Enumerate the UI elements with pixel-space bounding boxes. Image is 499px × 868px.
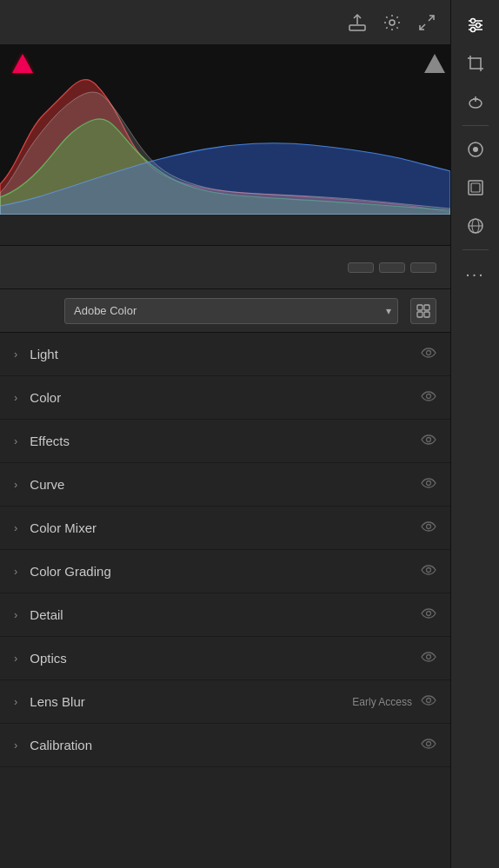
bw-button[interactable] [379,262,405,273]
visibility-icon-detail[interactable] [421,607,436,623]
svg-point-19 [427,741,431,745]
panel-label-light: Light [30,347,421,361]
panel-label-calibration: Calibration [30,738,421,752]
panel-label-color-grading: Color Grading [30,564,421,579]
panels-list: ›Light ›Color ›Effects ›Curve ›Color Mix… [0,333,450,868]
chevron-icon-detail: › [14,608,17,621]
svg-point-13 [427,480,431,485]
svg-rect-7 [424,305,429,310]
auto-button[interactable] [348,262,374,273]
tool-sphere[interactable] [458,209,493,243]
panel-label-curve: Curve [30,477,421,492]
right-sidebar: ··· [450,0,499,868]
early-access-badge-lens-blur: Early Access [352,696,412,708]
top-toolbar [0,0,450,45]
tool-crop[interactable] [458,46,493,81]
main-panel: Adobe Color Adobe Landscape Adobe Portra… [0,0,450,868]
svg-point-15 [427,567,431,572]
panel-item-lens-blur[interactable]: ›Lens BlurEarly Access [0,680,450,724]
profile-row: Adobe Color Adobe Landscape Adobe Portra… [0,289,450,333]
svg-point-23 [470,19,475,23]
svg-point-17 [427,654,431,659]
histogram-svg [0,45,450,215]
svg-point-12 [427,437,431,441]
visibility-icon-light[interactable] [421,347,436,362]
panel-item-light[interactable]: ›Light [0,333,450,376]
clipping-warning-left[interactable] [12,54,33,73]
panel-item-effects[interactable]: ›Effects [0,420,450,463]
hdr-button[interactable] [410,262,436,273]
panel-item-color[interactable]: ›Color [0,376,450,420]
svg-point-10 [427,350,431,354]
edit-header [0,246,450,289]
tool-heal[interactable] [458,84,493,119]
tool-mask[interactable] [458,132,493,167]
tool-edit[interactable] [458,8,493,43]
chevron-icon-optics: › [14,652,17,665]
panel-item-color-grading[interactable]: ›Color Grading [0,550,450,593]
visibility-icon-curve[interactable] [421,477,436,493]
chevron-icon-curve: › [14,478,17,491]
panel-item-detail[interactable]: ›Detail [0,593,450,637]
svg-point-24 [476,23,480,28]
chevron-icon-color-grading: › [14,565,17,578]
svg-point-18 [427,698,431,702]
sidebar-divider-2 [462,249,489,250]
chevron-icon-calibration: › [14,739,17,752]
svg-rect-32 [471,183,480,192]
svg-line-4 [420,24,425,30]
visibility-icon-optics[interactable] [421,651,436,666]
panel-label-detail: Detail [30,607,421,622]
visibility-icon-color-grading[interactable] [421,564,436,580]
visibility-icon-calibration[interactable] [421,738,436,753]
panel-label-optics: Optics [30,651,421,666]
profile-select[interactable]: Adobe Color Adobe Landscape Adobe Portra… [64,298,398,324]
svg-point-30 [473,147,478,152]
svg-rect-9 [424,312,429,317]
camera-info-bar [0,215,450,246]
panel-item-curve[interactable]: ›Curve [0,463,450,507]
svg-point-2 [389,20,395,25]
panel-label-color: Color [30,390,421,405]
chevron-icon-effects: › [14,434,17,447]
svg-rect-8 [417,312,422,317]
svg-line-3 [429,16,434,21]
svg-point-25 [470,28,475,32]
svg-point-14 [427,524,431,528]
panel-label-color-mixer: Color Mixer [30,520,421,535]
svg-point-11 [427,394,431,398]
svg-point-16 [427,611,431,615]
svg-rect-6 [417,305,422,310]
export-button[interactable] [343,8,372,37]
histogram [0,45,450,215]
profile-browse-button[interactable] [410,298,436,324]
visibility-icon-color[interactable] [421,390,436,406]
panel-item-color-mixer[interactable]: ›Color Mixer [0,507,450,550]
tool-more[interactable]: ··· [458,256,493,291]
visibility-icon-color-mixer[interactable] [421,520,436,536]
panel-label-effects: Effects [30,434,421,448]
visibility-icon-effects[interactable] [421,434,436,449]
chevron-icon-color: › [14,391,17,404]
edit-buttons [348,262,436,273]
chevron-icon-lens-blur: › [14,695,17,708]
profile-select-wrap[interactable]: Adobe Color Adobe Landscape Adobe Portra… [64,298,398,324]
sidebar-divider-1 [462,125,489,126]
panel-item-calibration[interactable]: ›Calibration [0,724,450,767]
tool-layers[interactable] [458,170,493,205]
chevron-icon-color-mixer: › [14,521,17,534]
chevron-icon-light: › [14,348,17,361]
svg-rect-0 [349,25,365,30]
settings-button[interactable] [377,8,407,37]
visibility-icon-lens-blur[interactable] [421,694,436,710]
clipping-warning-right[interactable] [424,54,445,73]
expand-button[interactable] [412,8,442,37]
panel-label-lens-blur: Lens Blur [30,694,352,709]
panel-item-optics[interactable]: ›Optics [0,637,450,680]
